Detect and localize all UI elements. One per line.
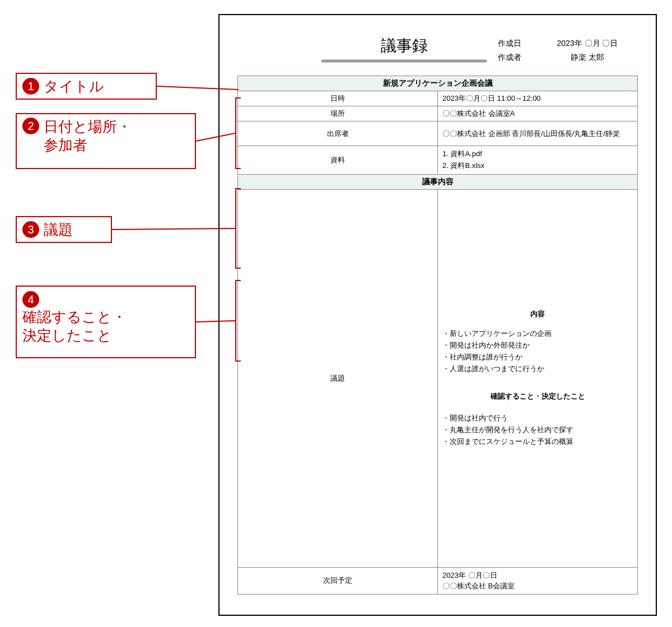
annotation-1: 1 タイトル xyxy=(16,73,157,100)
agenda-bullets: ・新しいアプリケーションの企画 ・開発は社内か外部発注か ・社内調整は誰が行うか… xyxy=(442,328,633,375)
bullet-3: ・社内調整は誰が行うか xyxy=(442,352,633,363)
confirm-1: ・開発は社内で行う xyxy=(442,413,633,424)
annotation-2: 2 日付と場所・参加者 xyxy=(16,113,196,169)
doc-item-1: 1. 資料A.pdf xyxy=(442,148,633,160)
created-date-label: 作成日 xyxy=(498,36,537,50)
agenda-label: 議題 xyxy=(238,189,438,567)
content-label: 内容 xyxy=(442,309,633,319)
docs-label: 資料 xyxy=(238,146,438,175)
content-cell: 内容 ・新しいアプリケーションの企画 ・開発は社内か外部発注か ・社内調整は誰が… xyxy=(438,189,638,567)
meta-block: 作成日 2023年 〇月 〇日 作成者 静楽 太郎 xyxy=(498,32,638,64)
author-value: 静楽 太郎 xyxy=(537,50,638,64)
annotation-2-text: 日付と場所・参加者 xyxy=(44,118,132,154)
place-value: 〇〇株式会社 会議室A xyxy=(438,106,638,121)
doc-item-2: 2. 資料B.xlsx xyxy=(442,160,633,172)
created-date-value: 2023年 〇月 〇日 xyxy=(537,36,638,50)
next-value: 2023年 〇月〇日 〇〇株式会社 B会議室 xyxy=(438,567,638,594)
bullet-2: ・開発は社内か外部発注か xyxy=(442,340,633,352)
annotation-3: 3 議題 xyxy=(16,216,112,243)
minutes-table: 新規アプリケーション企画会議 日時 2023年〇月〇日 11:00～12:00 … xyxy=(237,76,638,595)
annotation-1-number: 1 xyxy=(22,78,39,95)
meeting-title: 新規アプリケーション企画会議 xyxy=(238,76,638,91)
next-date: 2023年 〇月〇日 xyxy=(442,570,633,581)
annotation-1-text: タイトル xyxy=(44,77,104,96)
minutes-page: 議事録 作成日 2023年 〇月 〇日 作成者 静楽 太郎 新規アプリケーション… xyxy=(218,14,657,616)
confirm-3: ・次回までにスケジュールと予算の概算 xyxy=(442,436,633,448)
bracket-2 xyxy=(235,97,241,169)
datetime-value: 2023年〇月〇日 11:00～12:00 xyxy=(438,91,638,106)
next-label: 次回予定 xyxy=(238,567,438,594)
doc-title: 議事録 xyxy=(321,32,487,62)
confirm-2: ・丸亀主任が開発を行う人を社内で探す xyxy=(442,424,633,436)
author-label: 作成者 xyxy=(498,50,537,64)
annotation-4-number: 4 xyxy=(22,291,39,308)
annotation-4-text: 確認すること・決定したこと xyxy=(22,308,189,344)
confirm-bullets: ・開発は社内で行う ・丸亀主任が開発を行う人を社内で探す ・次回までにスケジュー… xyxy=(442,413,633,447)
annotation-3-text: 議題 xyxy=(44,221,73,239)
attendees-value: 〇〇株式会社 企画部 香川部長/山田係長/丸亀主任/静楽 xyxy=(438,121,638,146)
bracket-3 xyxy=(235,188,241,269)
docs-value: 1. 資料A.pdf 2. 資料B.xlsx xyxy=(438,146,638,175)
place-label: 場所 xyxy=(238,106,438,121)
bullet-1: ・新しいアプリケーションの企画 xyxy=(442,328,633,340)
attendees-label: 出席者 xyxy=(238,121,438,146)
page-header: 議事録 作成日 2023年 〇月 〇日 作成者 静楽 太郎 xyxy=(237,32,638,64)
confirm-header: 確認すること・決定したこと xyxy=(442,391,633,401)
datetime-label: 日時 xyxy=(238,91,438,106)
annotation-3-number: 3 xyxy=(22,221,39,238)
annotation-2-number: 2 xyxy=(22,118,39,134)
annotation-4: 4 確認すること・決定したこと xyxy=(16,286,196,358)
bullet-4: ・人選は誰がいつまでに行うか xyxy=(442,363,633,375)
content-header: 議事内容 xyxy=(238,174,638,189)
next-place: 〇〇株式会社 B会議室 xyxy=(442,581,633,592)
svg-line-2 xyxy=(112,228,235,230)
bracket-4 xyxy=(235,280,241,362)
